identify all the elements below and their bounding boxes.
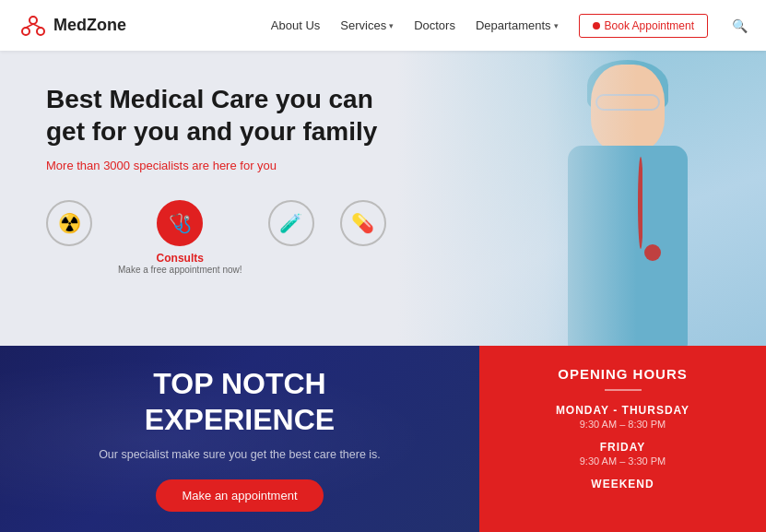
- logo-icon: [18, 11, 48, 41]
- hours-row-fri: FRIDAY 9:30 AM – 3:30 PM: [512, 441, 734, 467]
- service-icon-circle-consults: 🩺: [157, 200, 203, 246]
- search-icon[interactable]: 🔍: [732, 18, 748, 33]
- book-appointment-button[interactable]: Book Appointment: [579, 14, 708, 38]
- left-panel-description: Our specialist make sure you get the bes…: [99, 448, 381, 461]
- service-icon-circle-1: ☢️: [46, 200, 92, 246]
- hero-subtitle: More than 3000 specialists are here for …: [46, 159, 396, 172]
- hours-time-1: 9:30 AM – 8:30 PM: [512, 419, 734, 430]
- opening-hours-title: OPENING HOURS: [512, 366, 734, 382]
- services-dropdown-arrow: ▾: [389, 21, 394, 30]
- hero-title: Best Medical Care you can get for you an…: [46, 83, 396, 148]
- departments-dropdown-arrow: ▾: [554, 21, 559, 30]
- nav-doctors[interactable]: Doctors: [414, 18, 455, 32]
- book-icon: [593, 22, 600, 30]
- nav-departments[interactable]: Departaments ▾: [476, 18, 559, 32]
- hours-day-1: MONDAY - THURSDAY: [512, 404, 734, 417]
- logo-text: MedZone: [53, 16, 126, 35]
- svg-point-1: [22, 28, 29, 35]
- svg-point-2: [37, 28, 44, 35]
- nav-about[interactable]: About Us: [271, 18, 320, 32]
- consults-label: Consults: [157, 252, 204, 265]
- service-icon-1[interactable]: ☢️: [46, 200, 92, 252]
- header: MedZone About Us Services ▾ Doctors Depa…: [0, 0, 766, 51]
- service-icon-circle-4: 💊: [340, 200, 386, 246]
- opening-divider: [605, 389, 642, 391]
- svg-point-0: [29, 17, 37, 24]
- service-icons-row: ☢️ 🩺 Consults Make a free appointment no…: [46, 200, 396, 275]
- hero-content: Best Medical Care you can get for you an…: [0, 51, 442, 307]
- logo[interactable]: MedZone: [18, 11, 126, 41]
- make-appointment-button[interactable]: Make an appointment: [156, 479, 323, 512]
- hours-row-mon-thu: MONDAY - THURSDAY 9:30 AM – 8:30 PM: [512, 404, 734, 430]
- right-panel: OPENING HOURS MONDAY - THURSDAY 9:30 AM …: [479, 346, 766, 532]
- svg-line-3: [26, 24, 33, 28]
- service-icon-consults[interactable]: 🩺 Consults Make a free appointment now!: [118, 200, 242, 275]
- nav: About Us Services ▾ Doctors Departaments…: [271, 14, 748, 38]
- hours-day-2: FRIDAY: [512, 441, 734, 454]
- hero-section: Best Medical Care you can get for you an…: [0, 51, 766, 346]
- hero-image: [397, 51, 766, 346]
- service-icon-4[interactable]: 💊: [340, 200, 386, 252]
- left-panel: TOP NOTCH EXPERIENCE Our specialist make…: [0, 346, 479, 532]
- service-icon-circle-3: 🧪: [268, 200, 314, 246]
- nav-services[interactable]: Services ▾: [340, 18, 394, 32]
- service-icon-3[interactable]: 🧪: [268, 200, 314, 252]
- svg-line-4: [33, 24, 41, 28]
- hours-time-2: 9:30 AM – 3:30 PM: [512, 455, 734, 467]
- hours-day-3: WEEKEND: [512, 478, 734, 491]
- hours-row-weekend: WEEKEND: [512, 478, 734, 491]
- consults-sublabel: Make a free appointment now!: [118, 265, 242, 275]
- bottom-row: TOP NOTCH EXPERIENCE Our specialist make…: [0, 346, 766, 532]
- hero-fade-overlay: [397, 51, 766, 346]
- left-panel-title: TOP NOTCH EXPERIENCE: [145, 366, 335, 437]
